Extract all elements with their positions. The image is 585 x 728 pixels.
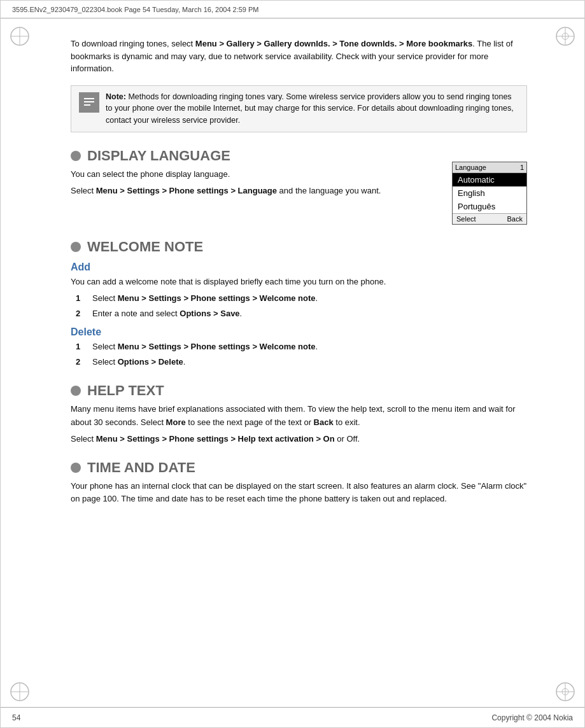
svg-rect-16: [84, 101, 94, 102]
svg-rect-17: [84, 104, 90, 106]
welcome-note-add: Add You can add a welcome note that is d…: [71, 262, 527, 320]
add-body: You can add a welcome note that is displ…: [71, 276, 527, 288]
main-content: To download ringing tones, select Menu >…: [1, 18, 584, 538]
lang-footer-back: Back: [507, 215, 523, 223]
section-display-language: DISPLAY LANGUAGE Language 1 Automatic En…: [71, 148, 527, 225]
page-footer: 54 Copyright © 2004 Nokia: [1, 707, 584, 727]
lang-menu-footer: Select Back: [453, 213, 526, 224]
help-text-instruction: Select Menu > Settings > Phone settings …: [71, 433, 527, 445]
section-help-text: HELP TEXT Many menu items have brief exp…: [71, 382, 527, 445]
language-menu-image: Language 1 Automatic English Português S…: [452, 162, 527, 225]
time-and-date-heading: TIME AND DATE: [71, 459, 527, 476]
lang-item-automatic: Automatic: [453, 173, 526, 186]
footer-page-num: 54: [12, 713, 20, 722]
header-text: 3595.ENv2_9230479_022304.book Page 54 Tu…: [12, 6, 259, 13]
section-welcome-note: WELCOME NOTE Add You can add a welcome n…: [71, 239, 527, 369]
step-num-2: 2: [76, 307, 85, 320]
add-step-1: 1 Select Menu > Settings > Phone setting…: [76, 292, 527, 305]
help-text-title: HELP TEXT: [87, 382, 164, 399]
welcome-note-title: WELCOME NOTE: [87, 239, 203, 255]
display-language-title: DISPLAY LANGUAGE: [87, 148, 230, 164]
corner-mark-bl: [8, 680, 31, 703]
del-step-num-1: 1: [76, 340, 85, 353]
note-box: Note: Methods for downloading ringing to…: [71, 85, 527, 132]
note-label: Note:: [106, 92, 126, 101]
del-step-num-2: 2: [76, 356, 85, 368]
note-icon: [79, 92, 99, 113]
bullet-welcome-note: [71, 242, 81, 252]
help-text-body: Many menu items have brief explanations …: [71, 403, 527, 428]
lang-title-text: Language: [455, 164, 486, 171]
welcome-note-heading: WELCOME NOTE: [71, 239, 527, 255]
bullet-time-and-date: [71, 463, 81, 473]
header-bar: 3595.ENv2_9230479_022304.book Page 54 Tu…: [1, 1, 584, 18]
note-body: Methods for downloading ringing tones va…: [106, 92, 514, 125]
help-text-heading: HELP TEXT: [71, 382, 527, 399]
delete-step-1: 1 Select Menu > Settings > Phone setting…: [76, 340, 527, 353]
lang-footer-select: Select: [456, 215, 476, 223]
del-step-2-text: Select Options > Delete.: [92, 356, 185, 368]
time-and-date-body: Your phone has an internal clock that ca…: [71, 480, 527, 505]
step-2-text: Enter a note and select Options > Save.: [92, 307, 242, 320]
page-container: 3595.ENv2_9230479_022304.book Page 54 Tu…: [0, 0, 585, 728]
bullet-help-text: [71, 386, 81, 396]
bullet-display-language: [71, 151, 81, 161]
add-subheading: Add: [71, 262, 527, 273]
svg-rect-15: [84, 98, 94, 99]
step-num-1: 1: [76, 292, 85, 305]
step-1-text: Select Menu > Settings > Phone settings …: [92, 292, 318, 305]
intro-paragraph: To download ringing tones, select Menu >…: [71, 38, 527, 75]
time-and-date-title: TIME AND DATE: [87, 459, 195, 476]
add-step-2: 2 Enter a note and select Options > Save…: [76, 307, 527, 320]
lang-title-num: 1: [520, 164, 524, 171]
lang-item-portugues: Português: [453, 200, 526, 213]
delete-subheading: Delete: [71, 326, 527, 338]
lang-item-english: English: [453, 186, 526, 200]
section-time-and-date: TIME AND DATE Your phone has an internal…: [71, 459, 527, 505]
corner-mark-br: [554, 680, 577, 703]
note-text: Note: Methods for downloading ringing to…: [106, 91, 519, 127]
del-step-1-text: Select Menu > Settings > Phone settings …: [92, 340, 318, 353]
delete-step-2: 2 Select Options > Delete.: [76, 356, 527, 368]
lang-menu-title: Language 1: [453, 162, 526, 173]
footer-copyright: Copyright © 2004 Nokia: [491, 713, 573, 722]
welcome-note-delete: Delete 1 Select Menu > Settings > Phone …: [71, 326, 527, 368]
